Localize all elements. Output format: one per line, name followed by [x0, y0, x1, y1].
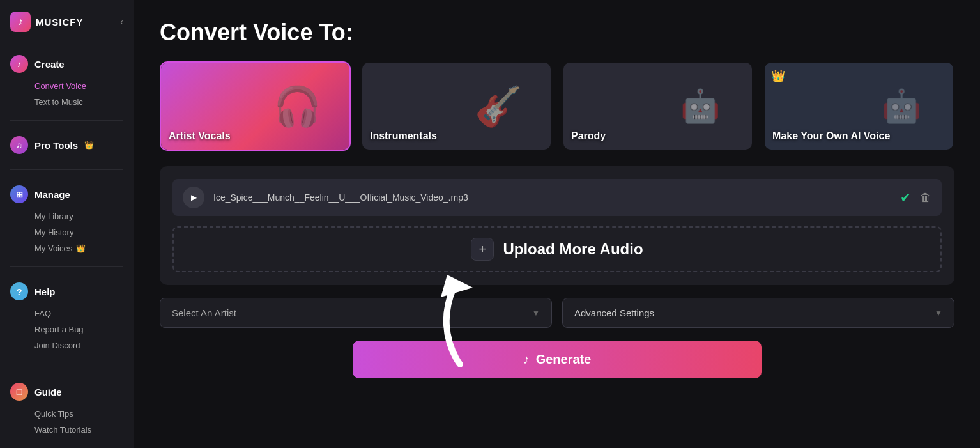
- divider-1: [10, 120, 123, 121]
- voice-card-instrumentals[interactable]: 🎸 Instrumentals: [361, 61, 552, 151]
- voice-card-parody[interactable]: 🤖 Parody: [562, 61, 753, 151]
- protools-section-label: Pro Tools: [34, 140, 78, 151]
- sidebar-item-my-library[interactable]: My Library: [0, 208, 134, 224]
- sidebar-item-watch-tutorials[interactable]: Watch Tutorials: [0, 422, 134, 438]
- instrumentals-figure: 🎸: [447, 63, 551, 150]
- sidebar-section-header-guide[interactable]: □ Guide: [0, 378, 134, 406]
- manage-section-label: Manage: [34, 189, 70, 200]
- create-section-icon: ♪: [10, 55, 28, 73]
- protools-section-icon: ♫: [10, 136, 28, 154]
- sidebar-section-protools: ♫ Pro Tools 👑: [0, 125, 134, 166]
- artist-vocals-figure: 🎧: [246, 63, 349, 150]
- sidebar-item-quick-tips[interactable]: Quick Tips: [0, 406, 134, 422]
- audio-filename: Ice_Spice___Munch__Feelin__U___Official_…: [213, 192, 891, 203]
- sidebar-section-help: ? Help FAQ Report a Bug Join Discord: [0, 271, 134, 360]
- sidebar-item-convert-voice[interactable]: Convert Voice: [0, 78, 134, 94]
- sidebar-item-report-bug[interactable]: Report a Bug: [0, 321, 134, 337]
- select-artist-chevron-icon: ▼: [532, 309, 540, 318]
- help-section-icon: ?: [10, 282, 28, 300]
- voice-cards: 🎧 Artist Vocals 🎸 Instrumentals 🤖 Parody…: [160, 61, 954, 151]
- sidebar-section-guide: □ Guide Quick Tips Watch Tutorials: [0, 371, 134, 448]
- instrumentals-label: Instrumentals: [370, 130, 437, 142]
- generate-icon: ♪: [523, 352, 530, 367]
- sidebar-section-header-create[interactable]: ♪ Create: [0, 50, 134, 78]
- sidebar-item-my-voices[interactable]: My Voices 👑: [0, 240, 134, 256]
- upload-more-label: Upload More Audio: [503, 240, 643, 258]
- parody-label: Parody: [571, 130, 606, 142]
- sidebar-item-faq[interactable]: FAQ: [0, 305, 134, 321]
- divider-2: [10, 169, 123, 170]
- make-your-own-label: Make Your Own AI Voice: [772, 130, 890, 142]
- logo-text: MUSICFY: [36, 17, 84, 27]
- sidebar-section-create: ♪ Create Convert Voice Text to Music: [0, 43, 134, 116]
- help-section-label: Help: [34, 286, 56, 297]
- sidebar-section-manage: ⊞ Manage My Library My History My Voices…: [0, 174, 134, 263]
- collapse-button[interactable]: ‹: [120, 17, 123, 27]
- select-artist-label: Select An Artist: [172, 307, 236, 318]
- sidebar-section-header-protools[interactable]: ♫ Pro Tools 👑: [0, 131, 134, 159]
- upload-plus-icon: +: [471, 238, 494, 261]
- audio-section: ▶ Ice_Spice___Munch__Feelin__U___Officia…: [160, 166, 954, 285]
- main-content: Convert Voice To: 🎧 Artist Vocals 🎸 Inst…: [134, 0, 980, 448]
- advanced-settings-dropdown[interactable]: Advanced Settings ▼: [562, 298, 954, 328]
- advanced-settings-chevron-icon: ▼: [935, 309, 942, 318]
- select-artist-dropdown[interactable]: Select An Artist ▼: [160, 298, 552, 328]
- page-title: Convert Voice To:: [160, 19, 954, 46]
- audio-check-icon: ✔: [900, 190, 911, 205]
- voice-card-artist-vocals[interactable]: 🎧 Artist Vocals: [160, 61, 351, 151]
- protools-crown-icon: 👑: [84, 141, 94, 150]
- my-voices-crown-icon: 👑: [76, 244, 86, 253]
- divider-3: [10, 266, 123, 267]
- play-button[interactable]: ▶: [183, 187, 204, 208]
- sidebar-logo: ♪ MUSICFY ‹: [0, 0, 134, 43]
- sidebar-item-join-discord[interactable]: Join Discord: [0, 337, 134, 353]
- audio-delete-button[interactable]: 🗑: [920, 191, 931, 205]
- guide-section-icon: □: [10, 383, 28, 401]
- controls-row: Select An Artist ▼ Advanced Settings ▼: [160, 298, 954, 328]
- artist-vocals-label: Artist Vocals: [169, 130, 231, 142]
- make-your-own-crown-icon: 👑: [771, 69, 785, 83]
- manage-section-icon: ⊞: [10, 185, 28, 203]
- generate-button[interactable]: ♪ Generate: [353, 341, 762, 378]
- advanced-settings-label: Advanced Settings: [574, 307, 654, 318]
- guide-section-label: Guide: [34, 387, 62, 398]
- create-section-label: Create: [34, 59, 65, 70]
- voice-card-make-your-own[interactable]: 👑 🤖 Make Your Own AI Voice: [763, 61, 954, 151]
- divider-4: [10, 364, 123, 364]
- audio-player: ▶ Ice_Spice___Munch__Feelin__U___Officia…: [172, 179, 942, 216]
- upload-more-area[interactable]: + Upload More Audio: [172, 226, 942, 272]
- sidebar: ♪ MUSICFY ‹ ♪ Create Convert Voice Text …: [0, 0, 134, 448]
- logo-icon: ♪: [10, 12, 31, 32]
- logo-group: ♪ MUSICFY: [10, 12, 84, 32]
- sidebar-item-text-to-music[interactable]: Text to Music: [0, 94, 134, 110]
- sidebar-section-header-help[interactable]: ? Help: [0, 277, 134, 305]
- sidebar-section-header-manage[interactable]: ⊞ Manage: [0, 180, 134, 208]
- sidebar-item-my-history[interactable]: My History: [0, 224, 134, 240]
- generate-label: Generate: [536, 352, 592, 367]
- parody-figure: 🤖: [648, 63, 752, 150]
